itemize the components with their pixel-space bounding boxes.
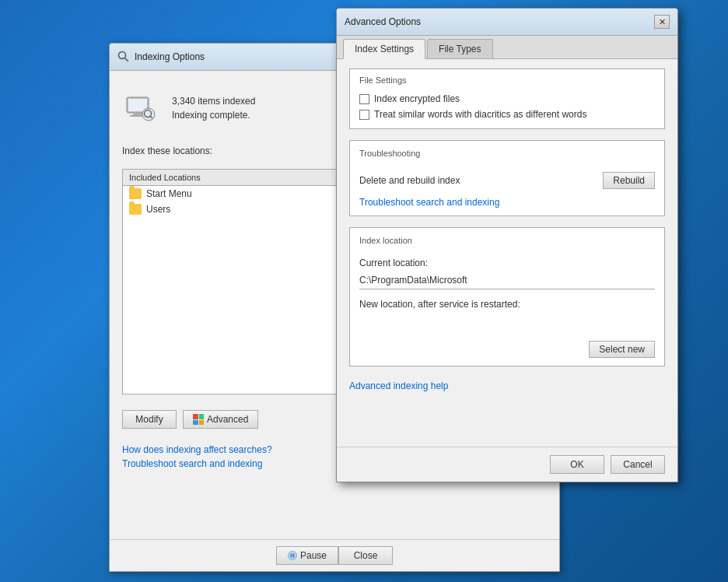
index-image xyxy=(122,89,159,127)
svg-line-1 xyxy=(125,58,129,62)
new-location-label: New location, after service is restarted… xyxy=(359,299,655,310)
file-settings-label: File Settings xyxy=(359,75,655,85)
advanced-indexing-help-link[interactable]: Advanced indexing help xyxy=(349,377,665,394)
svg-rect-11 xyxy=(292,554,294,558)
delete-rebuild-label: Delete and rebuild index xyxy=(359,175,460,186)
advanced-close-button[interactable]: ✕ xyxy=(654,15,670,29)
location-start-menu: Start Menu xyxy=(146,188,192,199)
select-new-button[interactable]: Select new xyxy=(589,341,655,358)
dialog-bottom-buttons: OK Cancel xyxy=(337,447,677,482)
pause-button[interactable]: Pause xyxy=(276,546,338,565)
rebuild-row: Delete and rebuild index Rebuild xyxy=(359,172,655,189)
cancel-button[interactable]: Cancel xyxy=(611,455,665,474)
indexing-icon xyxy=(117,51,130,63)
dialog-body: File Settings Index encrypted files Trea… xyxy=(337,59,677,447)
file-settings-section: File Settings Index encrypted files Trea… xyxy=(349,68,665,129)
troubleshooting-label: Troubleshooting xyxy=(359,149,655,158)
indexing-bottom-buttons: Pause Close xyxy=(110,539,559,571)
checkbox-row-encrypted: Index encrypted files xyxy=(359,91,655,107)
svg-point-9 xyxy=(288,552,296,560)
location-users: Users xyxy=(146,204,170,215)
location-btn-row: Select new xyxy=(359,341,655,358)
diacritics-label: Treat similar words with diacritics as d… xyxy=(374,109,586,120)
close-button-main[interactable]: Close xyxy=(338,546,393,565)
advanced-options-dialog: Advanced Options ✕ Index Settings File T… xyxy=(336,8,678,482)
tab-file-types[interactable]: File Types xyxy=(427,39,492,58)
advanced-button[interactable]: Advanced xyxy=(183,410,258,429)
ok-button[interactable]: OK xyxy=(550,455,604,474)
advanced-dialog-title: Advanced Options xyxy=(345,16,654,27)
diacritics-checkbox[interactable] xyxy=(359,110,369,120)
pause-icon xyxy=(288,551,297,560)
current-location-value: C:\ProgramData\Microsoft xyxy=(359,275,655,289)
dialog-tabs: Index Settings File Types xyxy=(337,36,677,59)
svg-rect-4 xyxy=(133,113,142,115)
svg-point-0 xyxy=(119,52,126,59)
troubleshoot-search-link[interactable]: Troubleshoot search and indexing xyxy=(359,197,655,208)
folder-icon xyxy=(129,204,142,215)
current-location-label: Current location: xyxy=(359,258,655,268)
items-count: 3,340 items indexed xyxy=(172,96,255,107)
index-info: 3,340 items indexed Indexing complete. xyxy=(172,96,255,121)
advanced-dialog-titlebar: Advanced Options ✕ xyxy=(337,9,677,36)
folder-icon xyxy=(129,188,142,199)
svg-rect-3 xyxy=(128,99,147,111)
tab-index-settings[interactable]: Index Settings xyxy=(343,39,425,59)
index-status: Indexing complete. xyxy=(172,110,255,121)
troubleshooting-section: Troubleshooting Delete and rebuild index… xyxy=(349,140,665,216)
checkbox-row-diacritics: Treat similar words with diacritics as d… xyxy=(359,107,655,122)
new-location-value xyxy=(359,316,655,331)
windows-logo-icon xyxy=(193,414,204,425)
indexing-illustration xyxy=(124,91,158,125)
svg-rect-10 xyxy=(290,554,292,558)
index-encrypted-checkbox[interactable] xyxy=(359,94,369,104)
rebuild-button[interactable]: Rebuild xyxy=(603,172,655,189)
modify-button[interactable]: Modify xyxy=(122,410,177,429)
index-location-section: Index location Current location: C:\Prog… xyxy=(349,227,665,366)
index-encrypted-label: Index encrypted files xyxy=(374,93,460,104)
index-location-label: Index location xyxy=(359,236,655,245)
